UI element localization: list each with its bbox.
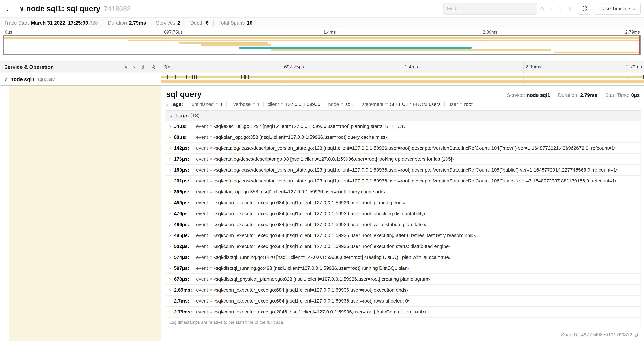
tag-item: user=root — [444, 102, 476, 107]
summary-value: 2.79ms — [129, 20, 146, 26]
span-detail-panel: sql query Service:node sql1Duration:2.79… — [161, 86, 644, 341]
log-equals: = — [210, 233, 212, 238]
log-field-value: ‹sql/catalog/lease/descriptor_version_st… — [214, 145, 616, 151]
tag-equals: = — [280, 102, 284, 107]
log-row[interactable]: ›597μs:event=‹sql/distsql_running.go:498… — [166, 263, 641, 274]
top-bar: ← ∨ node sql1: sql query 7418682 ⊕∧∨✕ ⌘ … — [0, 0, 644, 17]
log-row[interactable]: ›80μs:event=‹sql/plan_opt.go:358 [nsql1,… — [166, 132, 641, 143]
tag-equals: = — [385, 102, 388, 107]
collapse-all-icon[interactable]: ≫ — [140, 65, 146, 70]
minimap-scrubber-handle[interactable] — [639, 36, 640, 54]
log-row[interactable]: ›502μs:event=‹sql/conn_executor_exec.go:… — [166, 241, 641, 252]
log-field-value: ‹sql/conn_executor_exec.go:684 [nsql1,cl… — [214, 211, 425, 216]
log-field-value: ‹sql/plan_opt.go:358 [nsql1,client=127.0… — [214, 189, 385, 195]
span-row[interactable]: ∨ node sql1 sql query — [0, 74, 644, 85]
log-marker — [628, 75, 629, 79]
trace-timeline-label: Trace Timeline — [598, 6, 630, 12]
log-row[interactable]: ›486μs:event=‹sql/conn_executor_exec.go:… — [166, 219, 641, 230]
tag-value: 1 — [220, 102, 223, 107]
log-marker — [261, 75, 262, 79]
minimap-span-bar — [239, 47, 472, 49]
minimap-span-bar — [179, 42, 268, 44]
log-row[interactable]: ›34μs:event=‹sql/exec_util.go:2297 [nsql… — [166, 121, 641, 132]
log-row[interactable]: ›574μs:event=‹sql/distsql_running.go:142… — [166, 252, 641, 263]
span-link-icon[interactable] — [635, 332, 640, 337]
chevron-right-icon: › — [169, 265, 171, 271]
service-operation-title: Service & Operation — [4, 64, 54, 70]
collapse-trace-chevron-icon[interactable]: ∨ — [20, 5, 24, 12]
chevron-down-icon[interactable]: ∨ — [4, 77, 7, 82]
tags-label: Tags: — [170, 102, 183, 107]
log-field-value: ‹sql/plan_opt.go:358 [nsql1,client=127.0… — [214, 134, 387, 140]
log-equals: = — [210, 124, 212, 129]
minimap-span-bar — [4, 37, 640, 39]
span-row-label[interactable]: ∨ node sql1 sql query — [0, 74, 161, 85]
log-row[interactable]: ›189μs:event=‹sql/catalog/lease/descript… — [166, 165, 641, 176]
log-row[interactable]: ›459μs:event=‹sql/conn_executor_exec.go:… — [166, 197, 641, 208]
minimap-span-bar — [201, 44, 271, 46]
log-marker — [224, 75, 225, 79]
back-button[interactable]: ← — [0, 0, 19, 17]
chevron-right-icon: › — [169, 189, 171, 194]
log-equals: = — [210, 211, 212, 216]
tag-value: 1 — [257, 102, 260, 107]
chevron-right-icon: › — [166, 102, 168, 107]
log-equals: = — [210, 134, 212, 140]
span-id-value: 4877749850101760812 — [581, 332, 632, 337]
log-row[interactable]: ›2.79ms:event=‹sql/conn_executor_exec.go… — [166, 306, 641, 317]
log-timestamp: 366μs: — [174, 189, 193, 195]
summary-item: Services2 — [151, 20, 185, 26]
minimap-canvas[interactable] — [4, 35, 640, 55]
logs-toggle-row[interactable]: ⌄ Logs (18) — [166, 111, 641, 121]
keyboard-shortcuts-button[interactable]: ⌘ — [578, 3, 591, 15]
tags-list: _unfinished=1_verbose=1client=127.0.0.1:… — [185, 102, 476, 107]
log-marker — [241, 75, 242, 79]
chevron-right-icon: › — [169, 178, 171, 183]
clear-search-icon[interactable]: ✕ — [565, 6, 574, 12]
log-marker — [194, 75, 195, 79]
log-row[interactable]: ›678μs:event=‹sql/distsql_physical_plann… — [166, 274, 641, 285]
prev-result-icon[interactable]: ∧ — [547, 6, 556, 12]
tag-item: _unfinished=1 — [185, 102, 226, 107]
log-field-value: ‹sql/distsql_running.go:1420 [nsql1,clie… — [214, 254, 451, 260]
find-input[interactable] — [447, 6, 534, 12]
log-field-key: event — [196, 156, 208, 162]
log-timestamp: 2.7ms: — [174, 298, 193, 304]
trace-timeline-dropdown[interactable]: Trace Timeline ⌄ — [594, 3, 640, 15]
tag-key: statement — [362, 102, 384, 107]
next-result-icon[interactable]: ∨ — [556, 6, 565, 12]
chevron-right-icon: › — [169, 244, 171, 249]
log-row[interactable]: ›495μs:event=‹sql/conn_executor_exec.go:… — [166, 230, 641, 241]
log-field-key: event — [196, 145, 208, 151]
log-equals: = — [210, 309, 212, 315]
log-row[interactable]: ›142μs:event=‹sql/catalog/lease/descript… — [166, 143, 641, 154]
tags-toggle-row[interactable]: › Tags: _unfinished=1_verbose=1client=12… — [166, 101, 641, 110]
log-row[interactable]: ›2.69ms:event=‹sql/conn_executor_exec.go… — [166, 285, 641, 296]
log-timestamp: 176μs: — [174, 156, 193, 162]
log-row[interactable]: ›366μs:event=‹sql/plan_opt.go:358 [nsql1… — [166, 186, 641, 197]
minimap-tick-label: 1.4ms — [322, 30, 336, 35]
log-row[interactable]: ›176μs:event=‹sql/catalog/descs/descript… — [166, 154, 641, 165]
detail-meta-value: node sql1 — [527, 92, 550, 98]
tag-key: user — [448, 102, 458, 107]
collapse-one-icon[interactable]: ∨ — [124, 64, 128, 70]
log-row[interactable]: ›2.7ms:event=‹sql/conn_executor_exec.go:… — [166, 296, 641, 306]
logs-section: ⌄ Logs (18) ›34μs:event=‹sql/exec_util.g… — [166, 110, 641, 328]
chevron-right-icon: › — [169, 287, 171, 293]
chevron-right-icon: › — [169, 233, 171, 238]
log-field-value: ‹sql/catalog/descs/descriptor.go:98 [nsq… — [214, 156, 454, 162]
log-marker — [248, 75, 249, 79]
log-marker — [167, 75, 168, 79]
expand-one-icon[interactable]: › — [133, 64, 135, 70]
zoom-plus-icon[interactable]: ⊕ — [537, 6, 547, 12]
log-row[interactable]: ›201μs:event=‹sql/catalog/lease/descript… — [166, 176, 641, 186]
expand-all-icon[interactable]: ≫ — [151, 65, 156, 70]
log-field-key: event — [196, 211, 208, 216]
chevron-right-icon: › — [169, 211, 171, 216]
span-operation-name: sql query — [38, 77, 54, 82]
log-row[interactable]: ›476μs:event=‹sql/conn_executor_exec.go:… — [166, 208, 641, 219]
span-row-timeline[interactable] — [161, 74, 644, 85]
summary-value: March 31 2022, 17:25:09 — [31, 20, 88, 26]
log-timestamp: 678μs: — [174, 276, 193, 282]
ruler-tick-label: 697.75μs — [282, 64, 304, 70]
